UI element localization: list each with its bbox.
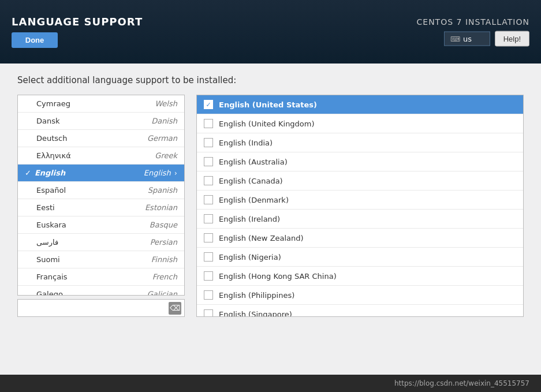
region-item[interactable]: English (Canada) xyxy=(197,171,523,191)
language-list-container: Cymraeg Welsh Dansk Danish Deutsch Germa… xyxy=(17,95,185,317)
lang-english-name: Estonian xyxy=(145,203,177,212)
lang-english-name: English xyxy=(144,169,171,177)
lang-native-name: Euskara xyxy=(25,221,150,229)
region-checkbox[interactable] xyxy=(204,309,213,317)
region-label: English (New Zealand) xyxy=(219,234,304,242)
lang-native-name: Cymraeg xyxy=(25,99,155,108)
region-item[interactable]: English (Nigeria) xyxy=(197,248,523,267)
language-item[interactable]: Español Spanish xyxy=(18,182,184,199)
region-checkbox[interactable] xyxy=(204,100,213,109)
region-checkbox[interactable] xyxy=(204,138,213,147)
region-checkbox[interactable] xyxy=(204,252,213,262)
region-checkbox[interactable] xyxy=(204,195,213,204)
region-label: English (Australia) xyxy=(219,158,288,166)
region-checkbox[interactable] xyxy=(204,290,213,300)
language-item[interactable]: Deutsch German xyxy=(18,130,184,147)
lang-native-name: فارسی xyxy=(25,238,150,247)
search-input[interactable] xyxy=(17,299,185,317)
lang-english-name: Danish xyxy=(151,117,177,125)
language-item[interactable]: Galego Galician xyxy=(18,286,184,296)
region-label: English (United Kingdom) xyxy=(219,120,315,128)
lang-native-name: Deutsch xyxy=(25,134,147,143)
lang-native-name: English xyxy=(35,169,144,177)
region-item[interactable]: English (New Zealand) xyxy=(197,229,523,248)
keyboard-indicator[interactable]: ⌨ us xyxy=(444,32,490,46)
region-checkbox[interactable] xyxy=(204,157,213,166)
lang-english-name: Basque xyxy=(150,221,177,229)
search-box-container: ⌫ xyxy=(17,299,185,317)
checkmark-icon: ✓ xyxy=(25,169,31,177)
language-item[interactable]: Cymraeg Welsh xyxy=(18,95,184,113)
lang-english-name: German xyxy=(147,134,177,143)
help-button[interactable]: Help! xyxy=(495,31,529,47)
region-checkbox[interactable] xyxy=(204,119,213,128)
lang-native-name: Ελληνικά xyxy=(25,151,155,160)
header-left: LANGUAGE SUPPORT Done xyxy=(12,16,143,48)
language-item[interactable]: Euskara Basque xyxy=(18,216,184,234)
region-label: English (Canada) xyxy=(219,177,283,185)
lang-english-name: Greek xyxy=(155,151,177,160)
language-item[interactable]: Dansk Danish xyxy=(18,113,184,130)
language-list[interactable]: Cymraeg Welsh Dansk Danish Deutsch Germa… xyxy=(17,95,185,296)
section-title: Select additional language support to be… xyxy=(17,75,524,85)
region-checkbox[interactable] xyxy=(204,271,213,281)
region-label: English (Singapore) xyxy=(219,310,292,318)
lang-english-name: Galician xyxy=(147,290,177,296)
language-item[interactable]: Eesti Estonian xyxy=(18,199,184,216)
region-label: English (United States) xyxy=(219,100,317,109)
language-item[interactable]: Ελληνικά Greek xyxy=(18,147,184,165)
search-clear-button[interactable]: ⌫ xyxy=(169,302,181,315)
region-checkbox[interactable] xyxy=(204,214,213,223)
page-title: LANGUAGE SUPPORT xyxy=(12,16,143,28)
columns-container: Cymraeg Welsh Dansk Danish Deutsch Germa… xyxy=(17,95,524,317)
region-label: English (India) xyxy=(219,139,273,147)
region-item[interactable]: English (Australia) xyxy=(197,152,523,171)
language-item[interactable]: فارسی Persian xyxy=(18,234,184,251)
language-item[interactable]: ✓ English English › xyxy=(18,165,184,182)
region-label: English (Philippines) xyxy=(219,291,294,300)
header-controls: ⌨ us Help! xyxy=(444,31,529,47)
region-item[interactable]: English (Hong Kong SAR China) xyxy=(197,267,523,286)
region-item[interactable]: English (Singapore) xyxy=(197,305,523,317)
lang-native-name: Dansk xyxy=(25,117,151,125)
lang-native-name: Español xyxy=(25,186,148,195)
lang-english-name: Persian xyxy=(150,238,177,247)
region-item[interactable]: English (India) xyxy=(197,133,523,152)
lang-english-name: Finnish xyxy=(151,255,177,264)
footer-url: https://blog.csdn.net/weixin_45515757 xyxy=(394,379,529,387)
lang-native-name: Galego xyxy=(25,290,147,296)
lang-english-name: Spanish xyxy=(148,186,177,195)
lang-english-name: French xyxy=(152,272,177,281)
keyboard-layout: us xyxy=(463,35,472,43)
region-item[interactable]: English (United Kingdom) xyxy=(197,114,523,133)
main-content: Select additional language support to be… xyxy=(0,64,541,375)
region-item[interactable]: English (Philippines) xyxy=(197,286,523,305)
done-button[interactable]: Done xyxy=(12,32,58,48)
region-checkbox[interactable] xyxy=(204,176,213,185)
keyboard-icon: ⌨ xyxy=(450,35,460,43)
lang-english-name: Welsh xyxy=(155,99,177,108)
lang-native-name: Français xyxy=(25,272,152,281)
region-label: English (Denmark) xyxy=(219,196,289,204)
language-item[interactable]: Français French xyxy=(18,268,184,286)
region-item[interactable]: English (United States) xyxy=(197,95,523,114)
header-right: CENTOS 7 INSTALLATION ⌨ us Help! xyxy=(417,17,529,47)
region-label: English (Ireland) xyxy=(219,215,280,223)
header-bar: LANGUAGE SUPPORT Done CENTOS 7 INSTALLAT… xyxy=(0,0,541,64)
centos-label: CENTOS 7 INSTALLATION xyxy=(417,17,529,27)
region-item[interactable]: English (Ireland) xyxy=(197,210,523,229)
lang-native-name: Suomi xyxy=(25,255,151,264)
region-list[interactable]: English (United States)English (United K… xyxy=(196,95,524,317)
region-label: English (Nigeria) xyxy=(219,253,281,262)
region-item[interactable]: English (Denmark) xyxy=(197,191,523,210)
arrow-icon: › xyxy=(174,169,177,177)
lang-native-name: Eesti xyxy=(25,203,145,212)
region-checkbox[interactable] xyxy=(204,233,213,242)
region-label: English (Hong Kong SAR China) xyxy=(219,272,337,281)
language-item[interactable]: Suomi Finnish xyxy=(18,251,184,268)
footer: https://blog.csdn.net/weixin_45515757 xyxy=(0,375,541,392)
